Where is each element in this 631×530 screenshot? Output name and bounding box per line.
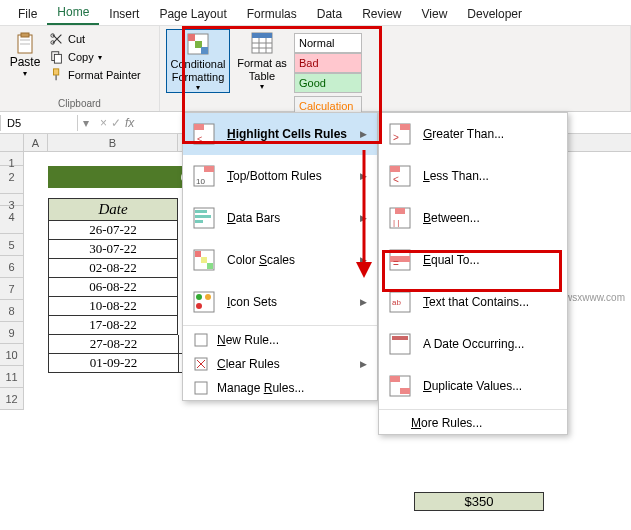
cell-date-5[interactable]: 17-08-22 — [48, 316, 178, 335]
menu-text-contains[interactable]: ab Text that Contains... — [379, 281, 567, 323]
style-normal[interactable]: Normal — [294, 33, 362, 53]
row-header-6[interactable]: 6 — [0, 256, 24, 278]
svg-point-35 — [196, 294, 202, 300]
cond-fmt-icon — [186, 32, 210, 56]
cell-date-2[interactable]: 02-08-22 — [48, 259, 178, 278]
menu-duplicate-values[interactable]: Duplicate Values... — [379, 365, 567, 407]
tab-developer[interactable]: Developer — [457, 3, 532, 25]
style-good[interactable]: Good — [294, 73, 362, 93]
svg-rect-50 — [395, 208, 405, 214]
cut-button[interactable]: Cut — [48, 31, 143, 47]
svg-rect-31 — [195, 251, 201, 257]
menu-greater-than[interactable]: > Greater Than... — [379, 113, 567, 155]
row-headers: 1 2 3 4 5 6 7 8 9 10 11 12 — [0, 152, 24, 410]
menu-date-occurring[interactable]: A Date Occurring... — [379, 323, 567, 365]
menu-less-than[interactable]: < Less Than... — [379, 155, 567, 197]
brush-icon — [50, 68, 64, 82]
col-header-b[interactable]: B — [48, 134, 178, 151]
less-icon: < — [389, 165, 411, 187]
paste-icon — [13, 31, 37, 55]
svg-rect-8 — [54, 69, 59, 75]
select-all-corner[interactable] — [0, 134, 24, 151]
row-header-9[interactable]: 9 — [0, 322, 24, 344]
row-header-4[interactable]: 4 — [0, 206, 24, 234]
tab-pagelayout[interactable]: Page Layout — [149, 3, 236, 25]
tab-insert[interactable]: Insert — [99, 3, 149, 25]
menu-between[interactable]: | | Between... — [379, 197, 567, 239]
row-header-1[interactable]: 1 — [0, 152, 24, 166]
clipboard-group-label: Clipboard — [0, 96, 159, 111]
svg-rect-42 — [195, 382, 207, 394]
tab-data[interactable]: Data — [307, 3, 352, 25]
format-painter-button[interactable]: Format Painter — [48, 67, 143, 83]
row-header-7[interactable]: 7 — [0, 278, 24, 300]
menu-icon-sets[interactable]: Icon Sets ▶ — [183, 281, 377, 323]
cell-date-3[interactable]: 06-08-22 — [48, 278, 178, 297]
style-bad[interactable]: Bad — [294, 53, 362, 73]
svg-rect-47 — [390, 166, 400, 172]
svg-rect-61 — [400, 388, 410, 394]
svg-rect-24 — [204, 166, 214, 172]
tab-review[interactable]: Review — [352, 3, 411, 25]
menu-icon-sets-label: Icon Sets — [227, 295, 348, 309]
svg-text:>: > — [393, 132, 399, 143]
paste-label: Paste — [10, 55, 41, 69]
cell-date-6[interactable]: 27-08-22 — [48, 335, 178, 354]
less-label: Less Than... — [423, 169, 557, 183]
menu-equal-to[interactable]: = Equal To... — [379, 239, 567, 281]
menu-data-bars[interactable]: Data Bars ▶ — [183, 197, 377, 239]
duplicate-icon — [389, 375, 411, 397]
ribbon: Paste ▾ Cut Copy ▾ Format Painter Clipbo… — [0, 26, 631, 112]
menu-manage-rules[interactable]: Manage Rules... — [183, 376, 377, 400]
menu-more-rules[interactable]: More Rules... — [379, 412, 567, 434]
tab-view[interactable]: View — [412, 3, 458, 25]
svg-text:ab: ab — [392, 298, 401, 307]
tab-formulas[interactable]: Formulas — [237, 3, 307, 25]
row-header-11[interactable]: 11 — [0, 366, 24, 388]
text-contains-icon: ab — [389, 291, 411, 313]
row-header-5[interactable]: 5 — [0, 234, 24, 256]
cell-date-1[interactable]: 30-07-22 — [48, 240, 178, 259]
cell-extra-value[interactable]: $350 — [414, 492, 544, 511]
tab-file[interactable]: File — [8, 3, 47, 25]
icon-sets-icon — [193, 291, 215, 313]
clear-rules-icon — [193, 356, 209, 372]
cell-date-7[interactable]: 01-09-22 — [48, 354, 178, 373]
svg-rect-2 — [20, 39, 30, 41]
fmt-table-label: Format as Table — [230, 57, 294, 82]
row-header-12[interactable]: 12 — [0, 388, 24, 410]
greater-icon: > — [389, 123, 411, 145]
format-as-table-button[interactable]: Format as Table▾ — [230, 29, 294, 91]
menu-new-rule[interactable]: New Rule... — [183, 328, 377, 352]
greater-label: Greater Than... — [423, 127, 557, 141]
cell-date-4[interactable]: 10-08-22 — [48, 297, 178, 316]
svg-text:10: 10 — [196, 177, 205, 186]
date-icon — [389, 333, 411, 355]
cell-date-0[interactable]: 26-07-22 — [48, 221, 178, 240]
tab-home[interactable]: Home — [47, 1, 99, 25]
svg-rect-1 — [21, 33, 29, 37]
watermark: wsxwww.com — [565, 292, 625, 303]
menu-color-scales[interactable]: Color Scales ▶ — [183, 239, 377, 281]
top-bottom-icon: 10 — [193, 165, 215, 187]
menu-clear-rules[interactable]: Clear Rules ▶ — [183, 352, 377, 376]
svg-rect-33 — [207, 263, 213, 269]
menu-top-bottom[interactable]: 10 Top/Bottom Rules ▶ — [183, 155, 377, 197]
menu-color-scales-label: Color Scales — [227, 253, 348, 267]
name-box[interactable]: D5 — [0, 115, 78, 131]
svg-point-36 — [205, 294, 211, 300]
conditional-formatting-button[interactable]: Conditional Formatting▾ — [166, 29, 230, 93]
svg-rect-32 — [201, 257, 207, 263]
row-header-2[interactable]: 2 — [0, 166, 24, 194]
copy-button[interactable]: Copy ▾ — [48, 49, 143, 65]
col-header-a[interactable]: A — [24, 134, 48, 151]
svg-rect-21 — [194, 124, 204, 130]
menu-highlight-cells[interactable]: < Highlight Cells Rules ▶ — [183, 113, 377, 155]
new-rule-icon — [193, 332, 209, 348]
row-header-8[interactable]: 8 — [0, 300, 24, 322]
svg-rect-44 — [400, 124, 410, 130]
row-header-3[interactable]: 3 — [0, 194, 24, 206]
copy-label: Copy — [68, 51, 94, 63]
row-header-10[interactable]: 10 — [0, 344, 24, 366]
svg-rect-3 — [20, 43, 30, 45]
